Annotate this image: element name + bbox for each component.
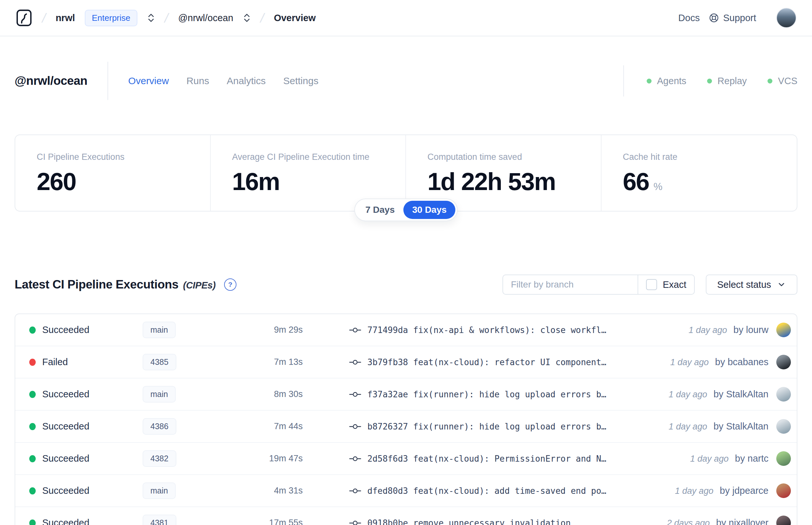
help-icon[interactable]: ? <box>224 279 236 291</box>
commit-message: fix(runner): hide log upload errors b… <box>413 422 607 432</box>
cipe-section-header: Latest CI Pipeline Executions(CIPEs) ? E… <box>15 274 797 295</box>
green-dot-icon <box>647 79 652 84</box>
period-30-days[interactable]: 30 Days <box>403 201 455 219</box>
exact-toggle[interactable]: Exact <box>638 275 694 294</box>
table-row[interactable]: Succeeded main 8m 30s f37a32ae fix(runne… <box>15 378 797 411</box>
row-meta: 1 day ago by StalkAltan <box>669 389 768 400</box>
tab-runs[interactable]: Runs <box>186 75 209 86</box>
time-ago-label: 1 day ago <box>669 390 707 399</box>
green-dot-icon <box>707 79 712 84</box>
tab-overview[interactable]: Overview <box>128 75 169 86</box>
commit-link[interactable]: 771499da fix(nx-api & workflows): close … <box>303 325 682 335</box>
commit-link[interactable]: f37a32ae fix(runner): hide log upload er… <box>303 390 662 399</box>
commit-text: 0918b0be remove unnecessary invalidation <box>367 518 571 525</box>
nx-cloud-logo-icon[interactable] <box>16 9 32 27</box>
author-avatar <box>776 355 791 370</box>
status-dot-icon <box>29 327 36 334</box>
select-status-dropdown[interactable]: Select status <box>706 274 797 295</box>
duration-label: 7m 44s <box>230 421 303 432</box>
stats-section: CI Pipeline Executions 260 Average CI Pi… <box>15 135 797 211</box>
commit-text: 771499da fix(nx-api & workflows): close … <box>367 325 607 335</box>
period-7-days[interactable]: 7 Days <box>357 201 403 219</box>
row-meta: 1 day ago by StalkAltan <box>669 421 768 432</box>
status-dot-icon <box>29 520 36 525</box>
stat-label: Computation time saved <box>427 152 601 162</box>
commit-link[interactable]: b8726327 fix(runner): hide log upload er… <box>303 422 662 432</box>
user-avatar[interactable] <box>776 8 796 28</box>
branch-badge[interactable]: 4381 <box>142 515 177 525</box>
commit-message: feat(nx-cloud): add time-saved end po… <box>413 486 607 496</box>
stat-unit: % <box>654 181 663 193</box>
support-link[interactable]: Support <box>709 13 756 24</box>
org-switcher-chevrons-icon[interactable] <box>147 13 155 23</box>
table-row[interactable]: Succeeded main 4m 31s dfed80d3 feat(nx-c… <box>15 475 797 507</box>
commit-link[interactable]: 0918b0be remove unnecessary invalidation <box>303 518 660 525</box>
time-ago-label: 1 day ago <box>670 357 709 367</box>
branch-badge[interactable]: main <box>142 386 176 403</box>
current-page: Overview <box>274 13 316 24</box>
plan-badge: Enterprise <box>85 10 138 26</box>
branch-badge[interactable]: 4385 <box>142 354 177 370</box>
commit-hash: 0918b0be <box>367 518 408 525</box>
branch-badge[interactable]: 4386 <box>142 418 177 435</box>
table-row[interactable]: Succeeded 4382 19m 47s 2d58f6d3 feat(nx-… <box>15 443 797 475</box>
tab-settings[interactable]: Settings <box>283 75 318 86</box>
stat-value: 66 <box>623 167 649 196</box>
section-title-text: Latest CI Pipeline Executions <box>15 278 179 291</box>
status-label: Succeeded <box>36 453 142 464</box>
branch-badge[interactable]: main <box>142 321 176 338</box>
exact-checkbox[interactable] <box>646 279 657 290</box>
exact-label: Exact <box>663 280 686 290</box>
commit-link[interactable]: 3b79fb38 feat(nx-cloud): refactor UI com… <box>303 357 663 367</box>
row-meta: 1 day ago by jdpearce <box>675 485 768 496</box>
author-label: by StalkAltan <box>714 421 768 432</box>
status-label: Succeeded <box>36 485 142 496</box>
commit-link[interactable]: 2d58f6d3 feat(nx-cloud): PermissionError… <box>303 454 684 464</box>
git-commit-icon <box>349 455 361 463</box>
breadcrumb: / nrwl Enterprise / @nrwl/ocean / Overvi… <box>16 9 316 27</box>
workspace-name[interactable]: @nrwl/ocean <box>178 13 233 24</box>
commit-text: 3b79fb38 feat(nx-cloud): refactor UI com… <box>367 357 607 367</box>
row-meta: 2 days ago by nixallover <box>667 518 768 525</box>
author-label: by bcabanes <box>715 357 768 367</box>
table-row[interactable]: Succeeded main 9m 29s 771499da fix(nx-ap… <box>15 314 797 346</box>
commit-hash: f37a32ae <box>367 390 408 399</box>
row-meta: 1 day ago by bcabanes <box>670 357 768 368</box>
author-label: by jdpearce <box>720 485 768 496</box>
status-label: Failed <box>36 357 142 368</box>
duration-label: 8m 30s <box>230 389 303 399</box>
table-row[interactable]: Succeeded 4381 17m 55s 0918b0be remove u… <box>15 507 797 525</box>
time-ago-label: 1 day ago <box>690 454 729 464</box>
indicator-label: Replay <box>718 76 747 86</box>
branch-badge[interactable]: 4382 <box>142 450 177 467</box>
time-ago-label: 1 day ago <box>689 325 727 335</box>
author-avatar <box>776 387 791 402</box>
branch-cell: 4381 <box>142 515 230 525</box>
commit-message: remove unnecessary invalidation <box>413 518 571 525</box>
status-label: Succeeded <box>36 389 142 400</box>
branch-cell: main <box>142 386 230 403</box>
indicator-replay: Replay <box>707 76 747 86</box>
commit-link[interactable]: dfed80d3 feat(nx-cloud): add time-saved … <box>303 486 669 496</box>
org-name[interactable]: nrwl <box>56 13 75 24</box>
workspace-switcher-chevrons-icon[interactable] <box>243 13 251 23</box>
stat-ci-pipeline-executions: CI Pipeline Executions 260 <box>15 135 211 211</box>
branch-filter-input[interactable] <box>503 275 638 294</box>
table-row[interactable]: Succeeded 4386 7m 44s b8726327 fix(runne… <box>15 411 797 443</box>
branch-cell: 4382 <box>142 450 230 467</box>
docs-link[interactable]: Docs <box>678 13 700 24</box>
table-row[interactable]: Failed 4385 7m 13s 3b79fb38 feat(nx-clou… <box>15 346 797 378</box>
git-commit-icon <box>349 390 361 398</box>
breadcrumb-separator: / <box>163 11 170 25</box>
chevron-down-icon <box>777 280 786 289</box>
author-label: by nartc <box>735 453 768 464</box>
commit-text: f37a32ae fix(runner): hide log upload er… <box>367 390 607 399</box>
commit-message: fix(runner): hide log upload errors b… <box>413 390 607 399</box>
row-meta: 1 day ago by lourw <box>689 325 768 335</box>
branch-badge[interactable]: main <box>142 482 176 499</box>
indicator-label: VCS <box>778 76 797 86</box>
author-label: by lourw <box>733 325 768 335</box>
tab-analytics[interactable]: Analytics <box>227 75 266 86</box>
commit-message: feat(nx-cloud): refactor UI component… <box>413 357 607 367</box>
branch-cell: main <box>142 482 230 499</box>
